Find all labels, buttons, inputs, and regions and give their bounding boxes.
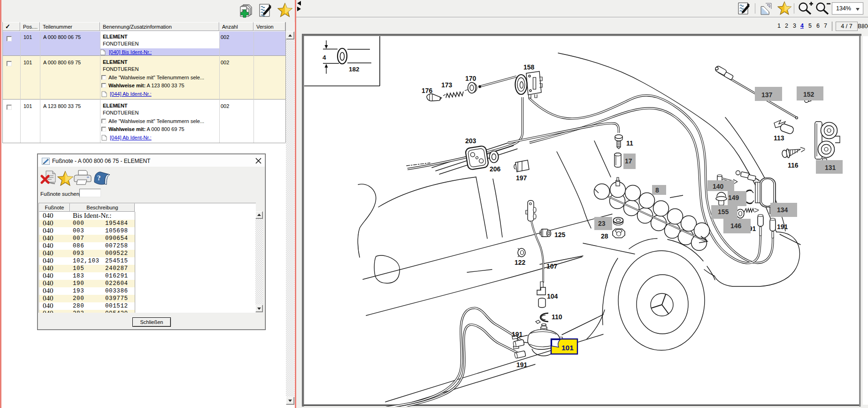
svg-text:11: 11: [626, 139, 633, 147]
svg-text:110: 110: [552, 313, 562, 321]
svg-text:197: 197: [516, 174, 527, 182]
svg-text:170: 170: [465, 75, 476, 82]
svg-text:8: 8: [655, 186, 659, 194]
svg-text:122: 122: [515, 259, 526, 266]
svg-text:23: 23: [598, 220, 606, 227]
svg-text:4: 4: [323, 54, 326, 61]
svg-text:146: 146: [730, 222, 742, 230]
svg-text:191: 191: [516, 361, 528, 369]
svg-text:137: 137: [761, 91, 773, 99]
svg-text:125: 125: [554, 231, 566, 239]
svg-text:107: 107: [546, 262, 558, 270]
svg-text:158: 158: [523, 63, 535, 71]
svg-text:134: 134: [777, 206, 788, 214]
svg-text:173: 173: [441, 81, 453, 89]
svg-text:104: 104: [547, 293, 558, 300]
svg-text:28: 28: [601, 232, 608, 240]
svg-text:176: 176: [422, 87, 433, 94]
svg-text:140: 140: [713, 183, 724, 190]
svg-text:101: 101: [561, 344, 574, 352]
svg-text:?: ?: [97, 174, 101, 182]
svg-text:206: 206: [490, 165, 501, 173]
svg-text:203: 203: [465, 137, 476, 145]
svg-text:155: 155: [718, 208, 729, 216]
svg-text:113: 113: [774, 134, 784, 142]
svg-text:182: 182: [349, 66, 360, 73]
svg-text:149: 149: [728, 194, 739, 201]
svg-text:191: 191: [777, 223, 788, 231]
svg-text:131: 131: [825, 164, 836, 171]
svg-text:116: 116: [788, 162, 799, 169]
svg-text:17: 17: [625, 157, 632, 165]
svg-text:191: 191: [512, 331, 523, 338]
svg-text:152: 152: [803, 91, 814, 98]
